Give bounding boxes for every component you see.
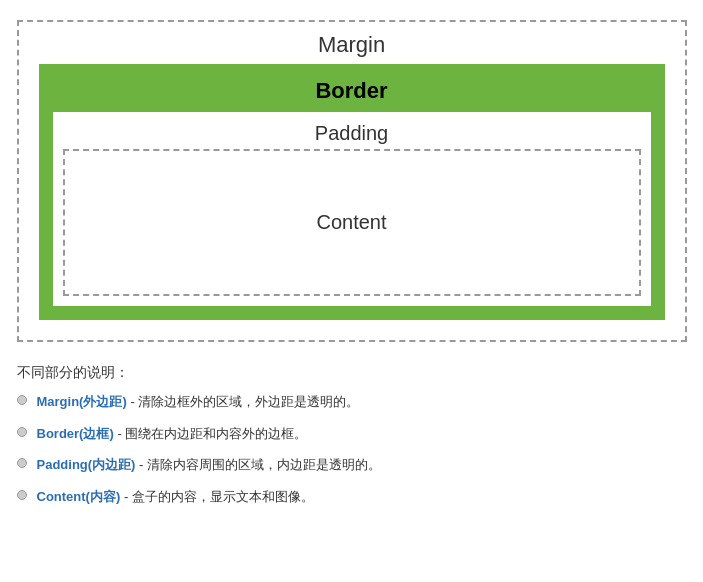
desc-text: Margin(外边距) - 清除边框外的区域，外边距是透明的。 bbox=[37, 392, 360, 412]
desc-text: Border(边框) - 围绕在内边距和内容外的边框。 bbox=[37, 424, 308, 444]
desc-item: Padding(内边距) - 清除内容周围的区域，内边距是透明的。 bbox=[17, 455, 687, 475]
content-box: Content bbox=[63, 149, 641, 296]
desc-text: Content(内容) - 盒子的内容，显示文本和图像。 bbox=[37, 487, 314, 507]
desc-list: Margin(外边距) - 清除边框外的区域，外边距是透明的。Border(边框… bbox=[17, 392, 687, 506]
padding-label: Padding bbox=[63, 122, 641, 145]
content-label: Content bbox=[316, 211, 386, 233]
desc-term: Margin(外边距) bbox=[37, 394, 127, 409]
desc-item: Border(边框) - 围绕在内边距和内容外的边框。 bbox=[17, 424, 687, 444]
desc-term: Content(内容) bbox=[37, 489, 121, 504]
desc-rest: - 清除内容周围的区域，内边距是透明的。 bbox=[135, 457, 381, 472]
bullet-icon bbox=[17, 395, 27, 405]
border-label: Border bbox=[53, 78, 651, 104]
description-title: 不同部分的说明： bbox=[17, 364, 687, 382]
bullet-icon bbox=[17, 427, 27, 437]
margin-label: Margin bbox=[39, 32, 665, 58]
bullet-icon bbox=[17, 490, 27, 500]
diagram-area: Margin Border Padding Content bbox=[17, 20, 687, 342]
desc-term: Border(边框) bbox=[37, 426, 114, 441]
padding-box: Padding Content bbox=[53, 112, 651, 306]
desc-item: Content(内容) - 盒子的内容，显示文本和图像。 bbox=[17, 487, 687, 507]
border-box: Border Padding Content bbox=[39, 64, 665, 320]
desc-rest: - 围绕在内边距和内容外的边框。 bbox=[114, 426, 308, 441]
bullet-icon bbox=[17, 458, 27, 468]
desc-rest: - 盒子的内容，显示文本和图像。 bbox=[120, 489, 314, 504]
desc-item: Margin(外边距) - 清除边框外的区域，外边距是透明的。 bbox=[17, 392, 687, 412]
desc-term: Padding(内边距) bbox=[37, 457, 136, 472]
desc-text: Padding(内边距) - 清除内容周围的区域，内边距是透明的。 bbox=[37, 455, 382, 475]
description-area: 不同部分的说明： Margin(外边距) - 清除边框外的区域，外边距是透明的。… bbox=[17, 352, 687, 506]
desc-rest: - 清除边框外的区域，外边距是透明的。 bbox=[127, 394, 360, 409]
